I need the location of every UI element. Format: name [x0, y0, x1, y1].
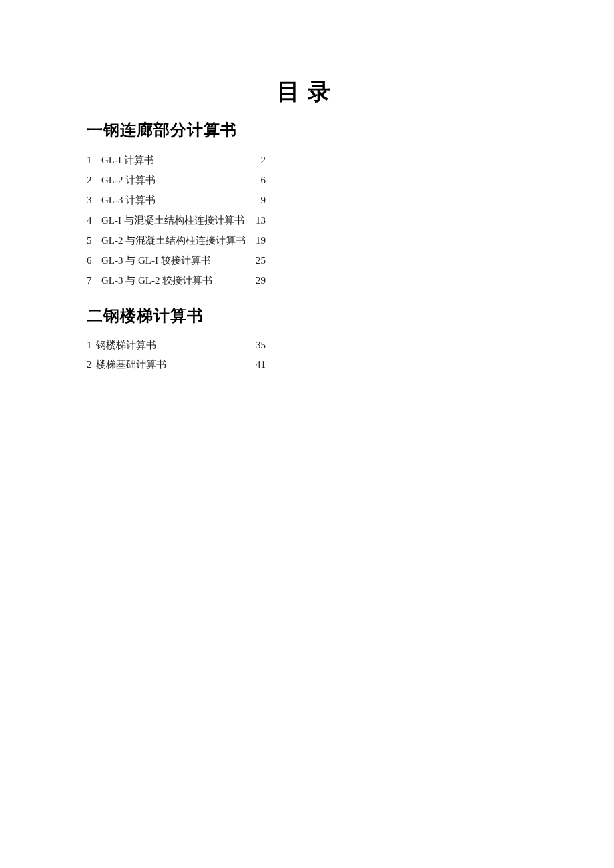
page-title: 目录	[277, 77, 614, 107]
toc-page: 13	[256, 210, 266, 230]
toc-row: 7 GL-3 与 GL-2 较接计算书 29	[87, 270, 266, 290]
toc-page: 35	[256, 336, 266, 355]
toc-row: 5 GL-2 与混凝土结构柱连接计算书 19	[87, 230, 266, 250]
toc-num: 7	[87, 270, 101, 290]
section-heading-1: 一钢连廊部分计算书	[87, 119, 614, 141]
toc-page: 2	[261, 150, 266, 170]
toc-label: GL-2 计算书	[101, 170, 156, 190]
toc-label: GL-3 与 GL-I 较接计算书	[101, 250, 211, 270]
toc-page: 25	[256, 250, 266, 270]
toc-num: 3	[87, 190, 101, 210]
toc-row: 6 GL-3 与 GL-I 较接计算书 25	[87, 250, 266, 270]
toc-num: 5	[87, 230, 101, 250]
section-heading-2: 二钢楼梯计算书	[87, 305, 614, 326]
toc-row: 1 钢楼梯计算书 35	[87, 336, 266, 355]
toc-label: GL-I 计算书	[101, 150, 154, 170]
toc-num: 2	[87, 355, 96, 374]
toc-row: 1 GL-I 计算书 2	[87, 150, 266, 170]
toc-page: 9	[261, 190, 266, 210]
toc-label: 钢楼梯计算书	[96, 336, 156, 355]
toc-label: GL-2 与混凝土结构柱连接计算书	[101, 230, 246, 250]
toc-label: 楼梯基础计算书	[96, 355, 166, 374]
document-page: 目录 一钢连廊部分计算书 1 GL-I 计算书 2 2 GL-2 计算书 6 3…	[0, 0, 614, 374]
toc-label: GL-I 与混凝土结构柱连接计算书	[101, 210, 244, 230]
toc-label: GL-3 计算书	[101, 190, 156, 210]
toc-page: 41	[256, 355, 266, 374]
toc-num: 1	[87, 150, 101, 170]
toc-num: 1	[87, 336, 96, 355]
toc-row: 2 楼梯基础计算书 41	[87, 355, 266, 374]
toc-label: GL-3 与 GL-2 较接计算书	[101, 270, 212, 290]
toc-num: 4	[87, 210, 101, 230]
toc-num: 2	[87, 170, 101, 190]
toc-row: 3 GL-3 计算书 9	[87, 190, 266, 210]
toc-num: 6	[87, 250, 101, 270]
toc-page: 19	[256, 230, 266, 250]
toc-page: 29	[256, 270, 266, 290]
toc-list-2: 1 钢楼梯计算书 35 2 楼梯基础计算书 41	[87, 336, 266, 374]
toc-row: 4 GL-I 与混凝土结构柱连接计算书 13	[87, 210, 266, 230]
toc-page: 6	[261, 170, 266, 190]
toc-list-1: 1 GL-I 计算书 2 2 GL-2 计算书 6 3 GL-3 计算书 9 4…	[87, 150, 266, 290]
toc-row: 2 GL-2 计算书 6	[87, 170, 266, 190]
